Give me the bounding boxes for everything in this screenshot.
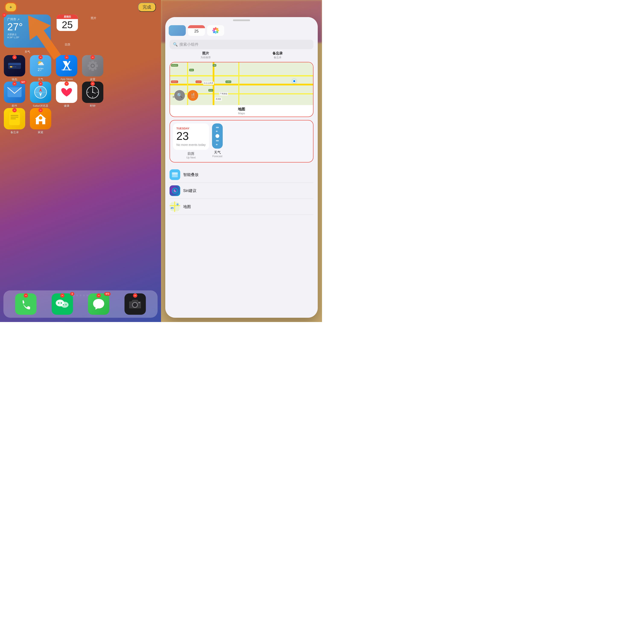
delete-camera[interactable]: − xyxy=(133,293,137,298)
calendar-mini-widget[interactable]: TUESDAY 23 No more events today xyxy=(173,123,209,150)
settings-icon-svg xyxy=(86,59,99,72)
svg-point-42 xyxy=(63,304,64,305)
map-label-s15: S15 xyxy=(208,89,213,92)
safari-app-icon[interactable]: − Safari浏览器 xyxy=(30,82,51,108)
svg-point-41 xyxy=(61,302,62,304)
delete-settings[interactable]: − xyxy=(91,55,95,59)
weather-mini-widget[interactable] xyxy=(212,123,223,149)
calendar-mini-section: TUESDAY 23 No more events today 日历 Up Ne… xyxy=(173,123,209,159)
health-app-icon[interactable]: − 健康 xyxy=(56,82,77,108)
map-widget[interactable]: G0421 S8 S41 G0421 G107 S15 S303 区 广州东站 … xyxy=(170,62,313,117)
smart-stack-icon xyxy=(170,169,180,180)
cal-mini-events: No more events today xyxy=(176,143,206,146)
map-road-h2 xyxy=(170,84,313,85)
search-placeholder: 搜索小组件 xyxy=(179,42,199,47)
cal-mini-label-area: 日历 Up Next xyxy=(173,150,209,159)
svg-rect-57 xyxy=(172,173,178,174)
map-area: G0421 S8 S41 G0421 G107 S15 S303 区 广州东站 … xyxy=(170,62,313,105)
map-label-guanghe: 广州东站 xyxy=(219,92,228,95)
health-icon-svg xyxy=(60,86,73,99)
weather-mini-lines xyxy=(216,127,219,132)
messages-badge: 973 xyxy=(104,292,111,296)
weather-mini-section: 天气 Forecast xyxy=(212,123,223,159)
map-label-tianhe: 天河区 xyxy=(215,98,222,101)
wechat-dock-icon[interactable]: − 3 xyxy=(52,293,73,315)
delete-clock[interactable]: − xyxy=(91,82,95,86)
delete-home[interactable]: − xyxy=(38,108,43,112)
map-controls: 🔍 🍴 xyxy=(174,90,198,101)
home-icon-svg xyxy=(34,112,48,126)
maps-item[interactable]: 280 地图 xyxy=(170,199,313,215)
photos-icon-area: − 照片 xyxy=(83,15,108,18)
smart-stack-icon-svg xyxy=(171,171,179,179)
map-background: G0421 S8 S41 G0421 G107 S15 S303 区 广州东站 … xyxy=(170,62,313,105)
svg-marker-0 xyxy=(18,8,68,64)
svg-rect-13 xyxy=(13,67,15,67)
photos-app-label: 照片 xyxy=(81,16,106,20)
settings-label: 设置 xyxy=(90,78,95,81)
dock: − − 3 − xyxy=(3,290,158,318)
delete-weather-widget[interactable]: − xyxy=(2,13,6,17)
weather-mini-label-area: 天气 Forecast xyxy=(212,149,223,158)
weather-mini-line-2 xyxy=(216,131,218,132)
siri-icon-svg xyxy=(171,187,179,195)
mail-app-icon[interactable]: − 527 邮件 xyxy=(4,82,25,108)
arrow-indicator xyxy=(13,6,73,66)
svg-point-68 xyxy=(177,204,178,205)
messages-dock-icon[interactable]: − 973 xyxy=(88,293,109,315)
svg-text:280: 280 xyxy=(171,208,174,209)
phone-icon-svg xyxy=(20,298,32,310)
phone-notch xyxy=(165,17,318,23)
weather-mini-label-main: 天气 xyxy=(212,150,223,155)
phone-pill xyxy=(233,19,250,21)
smart-stack-item[interactable]: 智能叠放 xyxy=(170,167,313,183)
camera-icon-svg xyxy=(128,298,142,310)
bg-photos-icon xyxy=(207,25,224,36)
phone-dock-icon[interactable]: − xyxy=(15,293,37,315)
svg-point-37 xyxy=(39,116,42,120)
camera-dock-icon[interactable]: − xyxy=(124,293,146,315)
recommend-photos-title: 照片 xyxy=(170,51,241,56)
settings-app-icon[interactable]: − 设置 xyxy=(82,55,103,81)
map-road-h1 xyxy=(170,75,313,76)
map-road-v3 xyxy=(238,62,239,105)
weather-mini-label-sub: Forecast xyxy=(212,155,223,158)
recommend-photos[interactable]: 照片 为你推荐 xyxy=(170,51,241,59)
svg-point-40 xyxy=(58,302,59,304)
delete-notes[interactable]: − xyxy=(12,108,17,112)
wechat-badge: 3 xyxy=(70,292,74,296)
siri-item[interactable]: Siri建议 xyxy=(170,183,313,199)
svg-rect-12 xyxy=(10,66,12,67)
search-icon: 🔍 xyxy=(173,42,178,47)
delete-wechat[interactable]: − xyxy=(60,293,64,298)
messages-icon-svg xyxy=(92,297,106,311)
recommend-notes[interactable]: 备忘录 备忘录 xyxy=(241,51,313,59)
bg-calendar-icon: 25 xyxy=(188,25,205,36)
map-search-btn[interactable]: 🔍 xyxy=(174,90,185,101)
phone-frame: 25 xyxy=(165,17,318,318)
health-label: 健康 xyxy=(64,104,69,108)
clock-label: 时钟 xyxy=(90,104,95,108)
done-button[interactable]: 完成 xyxy=(138,3,156,12)
clock-app-icon[interactable]: − 时钟 xyxy=(82,82,103,108)
widget-search-bar[interactable]: 🔍 搜索小组件 xyxy=(170,40,313,49)
notes-app-icon[interactable]: − 备忘录 xyxy=(4,108,25,134)
svg-rect-35 xyxy=(11,117,18,117)
wechat-icon-svg xyxy=(55,298,69,310)
map-location-dot xyxy=(293,79,296,83)
delete-mail[interactable]: − xyxy=(12,82,17,86)
widget-list: 智能叠放 xyxy=(170,167,313,215)
recommend-photos-sub: 为你推荐 xyxy=(170,56,241,59)
map-food-btn[interactable]: 🍴 xyxy=(187,90,198,101)
recommend-notes-title: 备忘录 xyxy=(241,51,313,56)
cal-mini-label-main: 日历 xyxy=(173,152,209,156)
svg-rect-59 xyxy=(172,176,178,177)
home-app-icon[interactable]: − 家庭 xyxy=(30,108,51,134)
weather-mini-line-4 xyxy=(216,144,218,145)
appstore-label: App Store xyxy=(60,78,73,81)
delete-health[interactable]: − xyxy=(64,82,69,86)
safari-icon-svg xyxy=(33,85,48,100)
cal-mini-label-sub: Up Next xyxy=(173,156,209,159)
delete-safari[interactable]: − xyxy=(38,82,43,86)
recommend-row: 照片 为你推荐 备忘录 备忘录 xyxy=(165,51,318,59)
